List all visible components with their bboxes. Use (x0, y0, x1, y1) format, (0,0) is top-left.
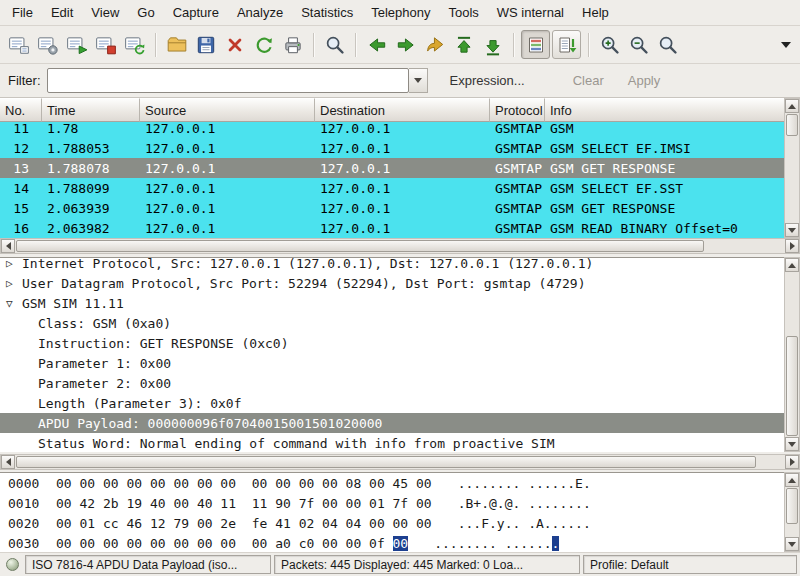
expression-button[interactable]: Expression... (440, 73, 535, 88)
go-back-button[interactable] (362, 30, 391, 59)
toolbar-overflow-button[interactable] (776, 30, 796, 59)
auto-scroll-toggle-button[interactable] (552, 30, 581, 59)
hex-pane-vscrollbar[interactable] (784, 472, 800, 552)
column-header-info[interactable]: Info (545, 98, 784, 122)
hex-row-0030[interactable]: 0030 00 00 00 00 00 00 00 00 00 a0 c0 00… (0, 533, 784, 552)
scroll-thumb[interactable] (16, 456, 756, 468)
scroll-thumb[interactable] (786, 336, 798, 436)
capture-stop-button[interactable] (91, 30, 120, 59)
list-interfaces-button[interactable] (4, 30, 33, 59)
packet-row-13-selected[interactable]: 13 1.788078 127.0.0.1 127.0.0.1 GSMTAP G… (0, 158, 784, 178)
status-profile[interactable]: Profile: Default (583, 555, 797, 574)
zoom-in-button[interactable] (595, 30, 624, 59)
scroll-up-button[interactable] (785, 258, 799, 272)
detail-row-parameter-1[interactable]: Parameter 1: 0x00 (0, 353, 784, 373)
colorize-toggle-button[interactable] (521, 30, 550, 59)
menu-ws-internal[interactable]: WS internal (488, 0, 573, 25)
scroll-thumb[interactable] (786, 114, 798, 136)
hex-ascii[interactable]: ........ ......E. (458, 476, 591, 491)
clear-button[interactable]: Clear (563, 73, 614, 88)
reload-button[interactable] (249, 30, 278, 59)
scroll-thumb[interactable] (16, 240, 704, 252)
scroll-up-button[interactable] (785, 99, 799, 113)
find-packet-button[interactable] (320, 30, 349, 59)
hex-bytes[interactable]: 00 42 2b 19 40 00 40 11 11 90 7f 00 00 0… (56, 496, 432, 511)
capture-options-button[interactable] (33, 30, 62, 59)
column-header-protocol[interactable]: Protocol (490, 98, 545, 122)
filter-input[interactable] (47, 68, 409, 93)
hex-row-0020[interactable]: 0020 00 01 cc 46 12 79 00 2e fe 41 02 04… (0, 513, 784, 533)
column-header-destination[interactable]: Destination (315, 98, 490, 122)
detail-row-class[interactable]: Class: GSM (0xa0) (0, 313, 784, 333)
packet-row-16[interactable]: 16 2.063982 127.0.0.1 127.0.0.1 GSMTAP G… (0, 218, 784, 238)
column-header-source[interactable]: Source (140, 98, 315, 122)
scroll-up-button[interactable] (785, 473, 799, 487)
menu-edit[interactable]: Edit (42, 0, 82, 25)
detail-row-instruction[interactable]: Instruction: GET RESPONSE (0xc0) (0, 333, 784, 353)
hex-ascii[interactable]: .B+.@.@. ........ (458, 496, 591, 511)
menu-telephony[interactable]: Telephony (362, 0, 439, 25)
scroll-down-button[interactable] (785, 537, 799, 551)
scroll-left-button[interactable] (1, 239, 15, 253)
detail-row-apdu-payload-selected[interactable]: APDU Payload: 000000096f0704001500150102… (0, 413, 784, 433)
packet-row-12[interactable]: 12 1.788053 127.0.0.1 127.0.0.1 GSMTAP G… (0, 138, 784, 158)
detail-row-status-word[interactable]: Status Word: Normal ending of command wi… (0, 433, 784, 452)
save-file-button[interactable] (191, 30, 220, 59)
capture-start-button[interactable] (62, 30, 91, 59)
menu-file[interactable]: File (3, 0, 42, 25)
print-button[interactable] (278, 30, 307, 59)
open-file-button[interactable] (162, 30, 191, 59)
scroll-down-button[interactable] (785, 223, 799, 237)
hex-bytes[interactable]: 00 00 00 00 00 00 00 00 00 00 00 00 08 0… (56, 476, 432, 491)
detail-pane-hscrollbar[interactable] (0, 454, 800, 470)
scroll-left-button[interactable] (1, 455, 15, 469)
go-to-packet-button[interactable] (420, 30, 449, 59)
hex-ascii[interactable]: ...F.y.. .A...... (458, 516, 591, 531)
scroll-right-button[interactable] (785, 455, 799, 469)
expert-info-icon[interactable] (6, 558, 19, 571)
close-file-button[interactable] (220, 30, 249, 59)
detail-row-gsm-sim[interactable]: ▽ GSM SIM 11.11 (0, 293, 784, 313)
go-top-button[interactable] (449, 30, 478, 59)
packet-list-hscrollbar[interactable] (0, 238, 800, 254)
detail-pane-vscrollbar[interactable] (784, 257, 800, 452)
menu-statistics[interactable]: Statistics (292, 0, 362, 25)
capture-restart-button[interactable] (120, 30, 149, 59)
packet-list-vscrollbar[interactable] (784, 98, 800, 238)
scroll-down-button[interactable] (785, 437, 799, 451)
hex-row-0010[interactable]: 0010 00 42 2b 19 40 00 40 11 11 90 7f 00… (0, 493, 784, 513)
zoom-100-button[interactable] (653, 30, 682, 59)
menu-tools[interactable]: Tools (439, 0, 487, 25)
menu-go[interactable]: Go (128, 0, 163, 25)
filter-dropdown-button[interactable] (409, 68, 428, 93)
filter-label-button[interactable]: Filter: (6, 73, 47, 88)
menu-capture[interactable]: Capture (164, 0, 228, 25)
menu-help[interactable]: Help (573, 0, 618, 25)
expander-icon[interactable]: ▷ (6, 257, 22, 270)
menu-view[interactable]: View (82, 0, 128, 25)
expander-icon[interactable]: ▷ (6, 277, 22, 290)
arrow-up-icon (788, 263, 796, 268)
go-bottom-button[interactable] (478, 30, 507, 59)
menu-analyze[interactable]: Analyze (228, 0, 292, 25)
packet-row-11[interactable]: 11 1.78 127.0.0.1 127.0.0.1 GSMTAP GSM (0, 122, 784, 138)
packet-row-14[interactable]: 14 1.788099 127.0.0.1 127.0.0.1 GSMTAP G… (0, 178, 784, 198)
scroll-thumb[interactable] (786, 488, 798, 524)
column-header-time[interactable]: Time (42, 98, 140, 122)
apply-button[interactable]: Apply (618, 73, 671, 88)
hex-ascii[interactable]: ........ ....... (434, 536, 559, 551)
scroll-right-button[interactable] (785, 239, 799, 253)
hex-bytes[interactable]: 00 01 cc 46 12 79 00 2e fe 41 02 04 04 0… (56, 516, 432, 531)
detail-row-ip[interactable]: ▷ Internet Protocol, Src: 127.0.0.1 (127… (0, 257, 784, 273)
hex-bytes[interactable]: 00 00 00 00 00 00 00 00 00 a0 c0 00 00 0… (56, 536, 408, 551)
detail-row-udp[interactable]: ▷ User Datagram Protocol, Src Port: 5229… (0, 273, 784, 293)
detail-row-length[interactable]: Length (Parameter 3): 0x0f (0, 393, 784, 413)
zoom-out-button[interactable] (624, 30, 653, 59)
detail-row-parameter-2[interactable]: Parameter 2: 0x00 (0, 373, 784, 393)
go-forward-button[interactable] (391, 30, 420, 59)
cell-info: GSM SELECT EF.IMSI (545, 141, 784, 156)
hex-row-0000[interactable]: 0000 00 00 00 00 00 00 00 00 00 00 00 00… (0, 473, 784, 493)
packet-row-15[interactable]: 15 2.063939 127.0.0.1 127.0.0.1 GSMTAP G… (0, 198, 784, 218)
column-header-no[interactable]: No. (0, 98, 42, 122)
expander-icon[interactable]: ▽ (6, 297, 22, 310)
